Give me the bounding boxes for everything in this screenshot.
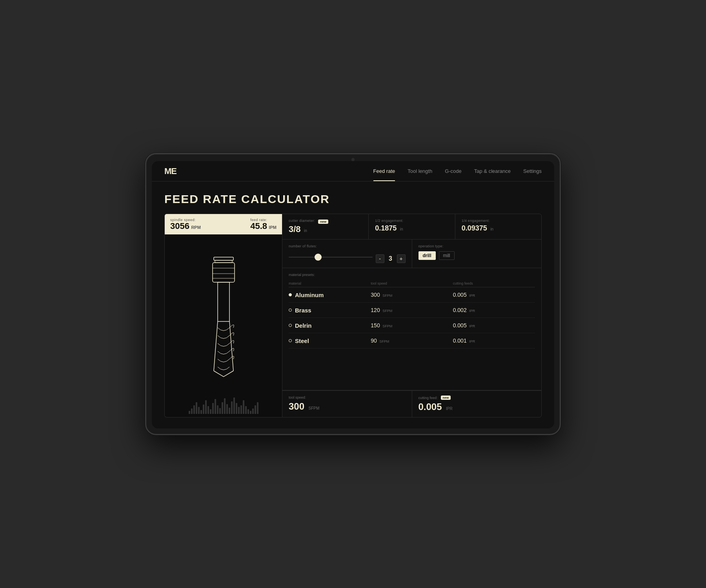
wave-bar (247, 409, 249, 414)
speed-display: spindle speed: 3056 RPM feed rate: 45.8 … (165, 214, 282, 234)
preset-speed-unit: SFPM (382, 294, 392, 298)
quarter-unit: in (490, 227, 493, 231)
wave-bar (205, 400, 207, 414)
col-speed-header: tool speed (371, 281, 453, 285)
op-label: operation type: (419, 244, 535, 248)
preset-dot (289, 309, 292, 312)
svg-rect-0 (214, 257, 233, 260)
wave-bar (252, 408, 254, 414)
wave-bar (193, 405, 195, 414)
preset-feed-unit: IPR (469, 309, 475, 313)
flutes-cell: number of flutes: - 3 + (282, 240, 412, 268)
content: FEED RATE CALCULATOR spindle speed: 3056… (152, 181, 554, 428)
screen: ME Feed rate Tool length G-code Tap & cl… (152, 161, 554, 428)
preset-feed-value: 0.002 (453, 307, 467, 313)
wave-bar (219, 408, 221, 414)
wave-bar (189, 411, 190, 414)
tool-speed-label: tool speed: (289, 396, 406, 399)
preset-speed-value: 90 (371, 338, 377, 344)
flutes-minus-button[interactable]: - (376, 254, 384, 263)
col-material-header: material (289, 281, 371, 285)
device-camera (351, 158, 355, 161)
main-layout: spindle speed: 3056 RPM feed rate: 45.8 … (164, 214, 542, 417)
wave-bar (203, 405, 204, 414)
wave-bar (207, 406, 209, 414)
flutes-plus-button[interactable]: + (397, 254, 406, 263)
nav-item-tap-clearance[interactable]: Tap & clearance (474, 168, 511, 174)
preset-speed-unit: SFPM (382, 324, 392, 328)
quarter-value: 0.09375 (462, 224, 487, 232)
preset-name-label: Aluminum (295, 292, 324, 298)
wave-bar (240, 405, 242, 414)
material-row[interactable]: Delrin 150 SFPM 0.005 IPR (289, 318, 535, 333)
preset-feed: 0.002 IPR (453, 307, 535, 314)
tool-illustration (196, 249, 251, 383)
wave-bar (191, 408, 193, 414)
tool-visual (165, 234, 282, 397)
half-unit: in (400, 227, 403, 231)
nav-item-settings[interactable]: Settings (523, 168, 542, 174)
material-row[interactable]: Steel 90 SFPM 0.001 IPR (289, 333, 535, 348)
material-row[interactable]: Aluminum 300 SFPM 0.005 IPR (289, 287, 535, 303)
wave-bar (210, 409, 211, 414)
op-type-cell: operation type: drill mill (412, 240, 542, 268)
preset-speed-unit: SFPM (382, 309, 392, 313)
wave-bar (236, 403, 237, 414)
svg-line-7 (214, 321, 218, 371)
flutes-slider-track[interactable] (289, 257, 373, 258)
flutes-value: 3 (387, 255, 395, 262)
wave-bar (250, 411, 251, 414)
wave-bar (200, 410, 202, 414)
preset-feed-value: 0.001 (453, 338, 467, 344)
flutes-slider-container[interactable]: - 3 + (289, 251, 406, 263)
spindle-value: 3056 (170, 221, 189, 231)
svg-rect-1 (215, 260, 232, 263)
waveform (165, 397, 282, 417)
preset-name-delrin: Delrin (289, 322, 371, 329)
preset-speed-value: 120 (371, 307, 380, 313)
feed-value: 45.8 (250, 221, 267, 231)
feed-unit: IPM (269, 225, 277, 230)
preset-speed: 150 SFPM (371, 322, 453, 329)
nav-item-feed-rate[interactable]: Feed rate (373, 168, 395, 174)
nav-item-tool-length[interactable]: Tool length (408, 168, 432, 174)
device-frame: ME Feed rate Tool length G-code Tap & cl… (145, 153, 561, 435)
preset-feed-unit: IPR (469, 324, 475, 328)
preset-name-steel: Steel (289, 338, 371, 344)
flutes-op-row: number of flutes: - 3 + (282, 240, 541, 268)
wave-bar (231, 401, 233, 414)
tool-speed-value: 300 (289, 401, 304, 412)
preset-feed-value: 0.005 (453, 292, 467, 298)
preset-feed: 0.005 IPR (453, 291, 535, 298)
nav-item-gcode[interactable]: G-code (445, 168, 462, 174)
col-feed-header: cutting feeds (453, 281, 535, 285)
presets-header: material tool speed cutting feeds (289, 280, 535, 287)
wave-bar (233, 397, 235, 414)
preset-name-label: Delrin (295, 322, 312, 329)
flute-counter: - 3 + (376, 254, 406, 263)
preset-dot (289, 324, 292, 327)
wave-bar (198, 407, 200, 414)
cutting-feed-unit: IPR (446, 407, 453, 411)
half-label: 1/2 engagement: (375, 219, 448, 223)
tool-speed-result-cell: tool speed: 300 SFPM (282, 391, 412, 417)
op-drill-button[interactable]: drill (419, 251, 436, 260)
wave-bar (222, 402, 223, 414)
svg-rect-2 (213, 263, 235, 282)
preset-feed-unit: IPR (469, 294, 475, 298)
wave-bar (196, 402, 197, 414)
wave-bar (215, 399, 216, 414)
preset-feed-unit: IPR (469, 339, 475, 343)
preset-dot (289, 293, 292, 296)
preset-speed: 120 SFPM (371, 307, 453, 314)
spindle-speed-item: spindle speed: 3056 RPM (170, 218, 201, 230)
preset-name-label: Steel (295, 338, 309, 344)
wave-bar (224, 398, 226, 414)
material-row[interactable]: Brass 120 SFPM 0.002 IPR (289, 303, 535, 318)
wave-bar (226, 404, 228, 414)
flutes-slider-thumb[interactable] (315, 254, 322, 261)
op-mill-button[interactable]: mill (439, 251, 455, 260)
wave-bar (245, 406, 247, 414)
spindle-unit: RPM (191, 225, 200, 230)
wave-bar (229, 408, 230, 414)
